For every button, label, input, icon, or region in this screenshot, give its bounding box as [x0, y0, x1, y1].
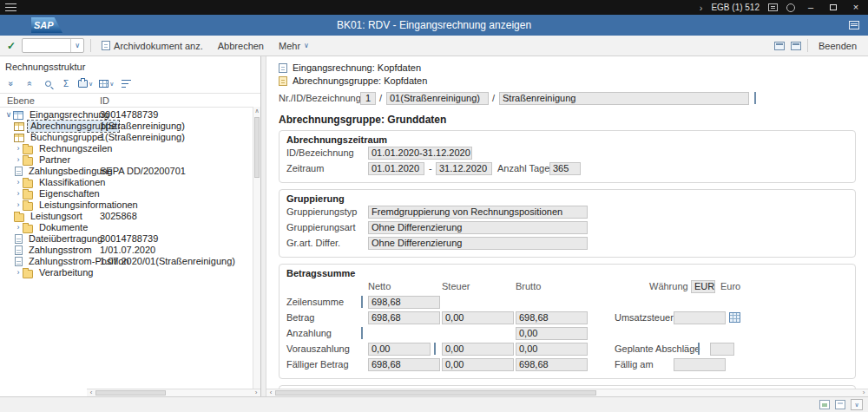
tree-item-label[interactable]: Partner	[36, 154, 73, 166]
expand-icon[interactable]: ›	[14, 199, 23, 211]
faellig-am-field[interactable]	[674, 358, 726, 371]
faelliger-brutto-field[interactable]: 698,68	[516, 358, 588, 371]
text-note-icon[interactable]	[754, 92, 756, 104]
zeitraum-bis-field[interactable]: 31.12.2020	[436, 162, 492, 175]
tree-row[interactable]: › Dokumente	[0, 222, 260, 233]
betrag-netto-field[interactable]: 698,68	[368, 311, 440, 324]
system-status-icon[interactable]	[819, 400, 830, 409]
statusbar-dropdown[interactable]: ∨	[851, 399, 863, 410]
umsatzsteuer-field[interactable]	[674, 311, 726, 324]
collapse-all-button[interactable]: »	[3, 76, 19, 91]
tree-row[interactable]: ∨ Eingangsrechnung 30014788739	[0, 109, 260, 121]
beenden-button[interactable]: Beenden	[814, 39, 861, 53]
minimize-button[interactable]: –	[804, 1, 818, 14]
gui-options-icon[interactable]	[849, 21, 859, 29]
betrag-brutto-field[interactable]: 698,68	[516, 311, 588, 324]
betrag-steuer-field[interactable]: 0,00	[442, 311, 514, 324]
id-bezeichnung-field[interactable]: 01.01.2020-31.12.2020	[368, 147, 472, 160]
scroll-right-icon[interactable]: ›	[859, 389, 868, 396]
expand-icon[interactable]: ›	[14, 267, 23, 278]
calculator-icon[interactable]	[361, 327, 363, 339]
scroll-up-icon[interactable]: ∧	[253, 107, 260, 115]
tree-item-label[interactable]: Leistungsort	[28, 211, 85, 222]
scrollbar-track[interactable]	[275, 389, 859, 396]
tree-row[interactable]: Zahlungsstrom-Position 1.07.2020/01(Stra…	[0, 256, 260, 267]
tree-item-label[interactable]: Verarbeitung	[36, 267, 95, 278]
calculator-icon[interactable]	[361, 296, 363, 308]
expand-icon[interactable]: ›	[14, 143, 23, 154]
faelliger-steuer-field[interactable]: 0,00	[442, 358, 514, 371]
bezeichnung-field[interactable]: Straßenreinigung	[499, 92, 749, 105]
scroll-left-icon[interactable]: ‹	[87, 389, 95, 396]
new-session-icon[interactable]	[774, 42, 785, 50]
tree-horizontal-scrollbar[interactable]: ‹ ›	[87, 389, 260, 396]
expand-icon[interactable]: ›	[14, 188, 23, 199]
tree-item-label[interactable]: Dokumente	[36, 222, 90, 233]
nr-field[interactable]: 1	[360, 92, 376, 105]
tree-row[interactable]: Abrechnungsgruppe 1(Straßenreinigung)	[0, 121, 260, 132]
tree-row[interactable]: › Eigenschaften	[0, 188, 260, 199]
search-button[interactable]	[40, 76, 56, 91]
grart-differ-field[interactable]: Ohne Differenzierung	[368, 237, 588, 250]
connection-status-icon[interactable]	[786, 3, 795, 12]
detail-horizontal-scrollbar[interactable]: ‹ ›	[266, 389, 868, 396]
print-button[interactable]: ∨	[76, 76, 95, 91]
tree-row[interactable]: Leistungsort 3025868	[0, 211, 260, 222]
display-settings-icon[interactable]	[768, 3, 778, 11]
command-dropdown-icon[interactable]: ∨	[70, 39, 83, 52]
scroll-left-icon[interactable]: ‹	[266, 389, 275, 396]
vorauszahlung-brutto-field[interactable]: 0,00	[516, 343, 588, 356]
sort-filter-button[interactable]	[118, 76, 134, 91]
chevron-right-icon[interactable]: ›	[700, 3, 703, 13]
performance-icon[interactable]	[835, 400, 845, 409]
command-field[interactable]: ∨	[22, 38, 84, 53]
enter-button[interactable]: ✓	[7, 40, 16, 52]
tree-item-label[interactable]: Buchungsgruppe	[28, 132, 105, 143]
tree-row[interactable]: Zahlungsstrom 1/01.07.2020	[0, 245, 260, 256]
abbrechen-button[interactable]: Abbrechen	[214, 39, 268, 53]
scrollbar-track[interactable]	[95, 389, 252, 396]
close-button[interactable]: ×	[849, 1, 863, 14]
expand-all-button[interactable]: »	[22, 76, 37, 91]
mehr-button[interactable]: Mehr ∨	[274, 39, 313, 53]
maximize-button[interactable]	[826, 4, 840, 10]
expand-icon[interactable]: ›	[14, 177, 23, 188]
view-button[interactable]: ∨	[97, 76, 115, 91]
menu-icon[interactable]	[5, 3, 16, 11]
collapse-icon[interactable]: ∨	[4, 109, 13, 121]
sum-button[interactable]: Σ	[58, 76, 74, 91]
scrollbar-thumb[interactable]	[95, 390, 166, 396]
anzahl-tage-field[interactable]: 365	[549, 162, 581, 175]
shortcut-icon[interactable]	[791, 42, 801, 50]
tree-row[interactable]: › Partner	[0, 154, 260, 166]
scroll-right-icon[interactable]: ›	[252, 389, 260, 396]
expand-icon[interactable]: ›	[14, 222, 23, 233]
scrollbar-thumb[interactable]	[254, 117, 260, 178]
scrollbar-thumb[interactable]	[275, 390, 596, 396]
tree-row[interactable]: › Verarbeitung	[0, 267, 260, 278]
faelliger-netto-field[interactable]: 698,68	[368, 358, 440, 371]
tree-row[interactable]: › Rechnungszeilen	[0, 143, 260, 154]
gruppierungsart-field[interactable]: Ohne Differenzierung	[368, 221, 588, 234]
calculator-icon[interactable]	[698, 343, 700, 355]
gruppe-id-field[interactable]: 01(Straßenreinigung)	[386, 92, 489, 105]
tree-item-label[interactable]: Rechnungszeilen	[36, 143, 115, 154]
zeilensumme-field[interactable]: 698,68	[368, 296, 440, 309]
tax-table-icon[interactable]	[729, 312, 740, 323]
waehrung-field[interactable]: EUR	[691, 280, 715, 293]
tree-item-label[interactable]: Dateiübertragung	[26, 233, 105, 245]
calculator-icon[interactable]	[434, 343, 436, 355]
tree-item-label[interactable]: Eigenschaften	[36, 188, 102, 199]
tree-row[interactable]: Buchungsgruppe 1(Straßenreinigung)	[0, 132, 260, 143]
tree-row[interactable]: › Leistungsinformationen	[0, 199, 260, 211]
tree-row[interactable]: Zahlungsbedingung SEPA DD/20200701	[0, 166, 260, 177]
expand-icon[interactable]: ›	[14, 154, 23, 166]
tree-row[interactable]: › Klassifikationen	[0, 177, 260, 188]
vorauszahlung-steuer-field[interactable]: 0,00	[442, 343, 514, 356]
tree-item-label[interactable]: Leistungsinformationen	[36, 199, 141, 211]
geplante-abschlaege-field[interactable]	[710, 343, 734, 356]
vorauszahlung-netto-field[interactable]: 0,00	[368, 343, 431, 356]
anzahlung-brutto-field[interactable]: 0,00	[516, 327, 588, 340]
tree-item-label[interactable]: Klassifikationen	[36, 177, 108, 188]
tree-row[interactable]: Dateiübertragung 30014788739	[0, 233, 260, 245]
